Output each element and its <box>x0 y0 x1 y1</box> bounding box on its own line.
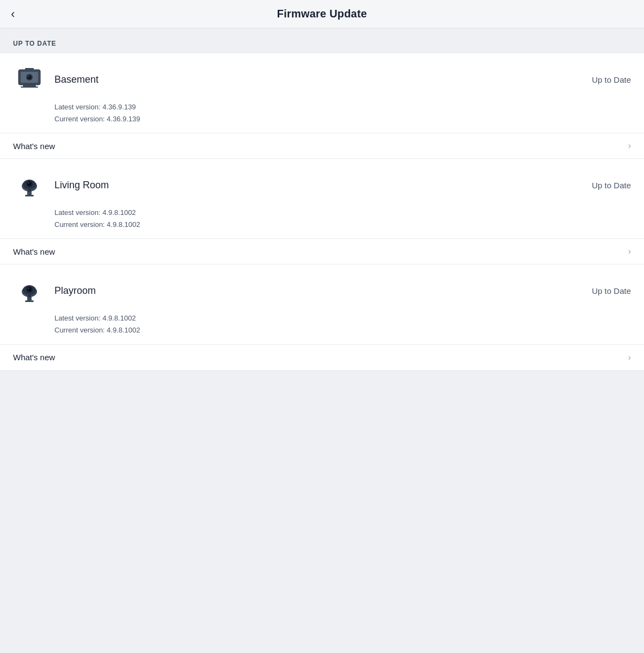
svg-rect-4 <box>21 87 38 88</box>
device-name-basement: Basement <box>54 74 99 85</box>
chevron-right-icon-basement: › <box>628 141 631 151</box>
device-top-row: Basement Up to Date <box>0 53 644 100</box>
devices-list: Basement Up to Date Latest version: 4.36… <box>0 53 644 371</box>
device-card-basement: Basement Up to Date Latest version: 4.36… <box>0 53 644 159</box>
camera-icon-playroom <box>13 274 46 307</box>
current-version-living-room: Current version: 4.9.8.1002 <box>54 219 631 231</box>
device-versions-playroom: Latest version: 4.9.8.1002 Current versi… <box>0 311 644 344</box>
latest-version-living-room: Latest version: 4.9.8.1002 <box>54 207 631 219</box>
section-label: Up to Date <box>13 40 56 47</box>
current-version-playroom: Current version: 4.9.8.1002 <box>54 324 631 336</box>
device-card-playroom: Playroom Up to Date Latest version: 4.9.… <box>0 264 644 370</box>
camera-icon-living-room <box>13 169 46 201</box>
device-versions-living-room: Latest version: 4.9.8.1002 Current versi… <box>0 206 644 238</box>
latest-version-playroom: Latest version: 4.9.8.1002 <box>54 312 631 324</box>
device-card-living-room: Living Room Up to Date Latest version: 4… <box>0 159 644 264</box>
svg-rect-26 <box>28 294 31 297</box>
device-name-playroom: Playroom <box>54 285 96 297</box>
whats-new-label-living-room: What's new <box>13 247 55 256</box>
device-top-row-playroom: Playroom Up to Date <box>0 264 644 311</box>
whats-new-basement[interactable]: What's new › <box>0 133 644 158</box>
device-left: Basement <box>13 63 99 96</box>
back-button[interactable]: ‹ <box>11 8 15 20</box>
device-status-living-room: Up to Date <box>592 181 631 190</box>
svg-point-8 <box>28 76 29 77</box>
device-name-living-room: Living Room <box>54 180 109 191</box>
whats-new-living-room[interactable]: What's new › <box>0 238 644 264</box>
device-left-playroom: Playroom <box>13 274 96 307</box>
section-header: Up to Date <box>0 28 644 53</box>
svg-rect-17 <box>28 189 31 192</box>
device-status-basement: Up to Date <box>592 75 631 84</box>
svg-rect-2 <box>25 68 34 70</box>
chevron-right-icon-living-room: › <box>628 247 631 256</box>
svg-point-16 <box>28 183 29 184</box>
latest-version-basement: Latest version: 4.36.9.139 <box>54 101 631 113</box>
header: ‹ Firmware Update <box>0 0 644 28</box>
whats-new-playroom[interactable]: What's new › <box>0 344 644 370</box>
svg-point-25 <box>28 288 29 289</box>
page-title: Firmware Update <box>277 8 367 20</box>
device-left-living-room: Living Room <box>13 169 109 201</box>
svg-rect-3 <box>23 85 36 87</box>
bottom-space <box>0 371 644 577</box>
whats-new-label-basement: What's new <box>13 141 55 151</box>
whats-new-label-playroom: What's new <box>13 353 55 362</box>
device-top-row-living-room: Living Room Up to Date <box>0 159 644 206</box>
chevron-right-icon-playroom: › <box>628 353 631 362</box>
device-versions-basement: Latest version: 4.36.9.139 Current versi… <box>0 100 644 133</box>
camera-icon-basement <box>13 63 46 96</box>
device-status-playroom: Up to Date <box>592 286 631 295</box>
current-version-basement: Current version: 4.36.9.139 <box>54 113 631 125</box>
